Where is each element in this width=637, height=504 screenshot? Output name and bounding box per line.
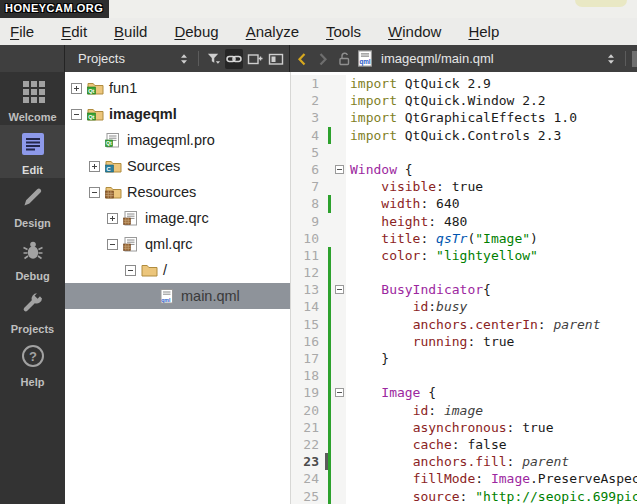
editor-gutter[interactable]: 22 bbox=[291, 436, 346, 453]
updown-chevron-icon[interactable] bbox=[175, 49, 193, 69]
code-line-3[interactable]: 3import QtGraphicalEffects 1.0 bbox=[291, 109, 637, 126]
editor-gutter[interactable]: 19 bbox=[291, 384, 346, 401]
editor-gutter[interactable]: 4 bbox=[291, 127, 346, 144]
tree-item-main-qml[interactable]: qmlmain.qml bbox=[65, 283, 290, 309]
unlock-icon[interactable] bbox=[335, 49, 353, 69]
editor-gutter[interactable]: 8 bbox=[291, 195, 346, 212]
separator bbox=[625, 51, 626, 66]
editor-gutter[interactable]: 3 bbox=[291, 109, 346, 126]
editor-gutter[interactable]: 2 bbox=[291, 92, 346, 109]
menu-item-debug[interactable]: Debug bbox=[174, 23, 218, 40]
link-icon[interactable] bbox=[225, 49, 243, 69]
code-line-5[interactable]: 5 bbox=[291, 144, 637, 161]
code-editor[interactable]: 1import QtQuick 2.92import QtQuick.Windo… bbox=[291, 72, 637, 504]
mode-projects[interactable]: Projects bbox=[0, 284, 65, 337]
fold-marker-icon[interactable] bbox=[333, 281, 346, 298]
code-line-11[interactable]: 11 color: "lightyellow" bbox=[291, 247, 637, 264]
mode-debug[interactable]: Debug bbox=[0, 231, 65, 284]
code-line-7[interactable]: 7 visible: true bbox=[291, 178, 637, 195]
menu-item-edit[interactable]: Edit bbox=[61, 23, 87, 40]
tree-item-imageqml-pro[interactable]: Qtimageqml.pro bbox=[65, 127, 290, 153]
mode-welcome[interactable]: Welcome bbox=[0, 72, 65, 125]
menu-item-tools[interactable]: Tools bbox=[326, 23, 361, 40]
menu-item-window[interactable]: Window bbox=[388, 23, 441, 40]
editor-gutter[interactable]: 10 bbox=[291, 230, 346, 247]
code-line-20[interactable]: 20 id: image bbox=[291, 402, 637, 419]
code-line-13[interactable]: 13 BusyIndicator{ bbox=[291, 281, 637, 298]
code-line-17[interactable]: 17 } bbox=[291, 350, 637, 367]
mode-design[interactable]: Design bbox=[0, 178, 65, 231]
menu-item-help[interactable]: Help bbox=[468, 23, 499, 40]
close-panel-icon[interactable] bbox=[267, 49, 285, 69]
code-line-2[interactable]: 2import QtQuick.Window 2.2 bbox=[291, 92, 637, 109]
filter-icon[interactable] bbox=[204, 49, 222, 69]
editor-gutter[interactable]: 16 bbox=[291, 333, 346, 350]
code-line-19[interactable]: 19 Image { bbox=[291, 384, 637, 401]
editor-gutter[interactable]: 14 bbox=[291, 298, 346, 315]
menu-item-build[interactable]: Build bbox=[114, 23, 147, 40]
code-text: height: 480 bbox=[346, 213, 467, 230]
code-line-8[interactable]: 8 width: 640 bbox=[291, 195, 637, 212]
tree-expander-minus[interactable] bbox=[89, 187, 100, 198]
editor-gutter[interactable]: 24 bbox=[291, 470, 346, 487]
code-line-14[interactable]: 14 id:busy bbox=[291, 298, 637, 315]
mode-edit[interactable]: Edit bbox=[0, 125, 65, 178]
mode-help[interactable]: ?Help bbox=[0, 337, 65, 390]
editor-gutter[interactable]: 15 bbox=[291, 316, 346, 333]
code-line-21[interactable]: 21 asynchronous: true bbox=[291, 419, 637, 436]
tree-item-qml-qrc[interactable]: qml.qrc bbox=[65, 231, 290, 257]
mode-label: Projects bbox=[11, 323, 54, 335]
menu-item-file[interactable]: File bbox=[10, 23, 34, 40]
forward-icon[interactable] bbox=[314, 49, 332, 69]
tree-expander-plus[interactable] bbox=[107, 213, 118, 224]
fold-marker-icon[interactable] bbox=[333, 161, 346, 178]
editor-gutter[interactable]: 17 bbox=[291, 350, 346, 367]
editor-gutter[interactable]: 18 bbox=[291, 367, 346, 384]
svg-text:Qt: Qt bbox=[88, 88, 94, 94]
projects-panel-title[interactable]: Projects bbox=[78, 51, 125, 66]
editor-gutter[interactable]: 11 bbox=[291, 247, 346, 264]
editor-gutter[interactable]: 1 bbox=[291, 75, 346, 92]
code-line-22[interactable]: 22 cache: false bbox=[291, 436, 637, 453]
code-line-6[interactable]: 6Window { bbox=[291, 161, 637, 178]
editor-gutter[interactable]: 5 bbox=[291, 144, 346, 161]
editor-gutter[interactable]: 13 bbox=[291, 281, 346, 298]
code-line-9[interactable]: 9 height: 480 bbox=[291, 213, 637, 230]
code-line-15[interactable]: 15 anchors.centerIn: parent bbox=[291, 316, 637, 333]
tree-item-image-qrc[interactable]: image.qrc bbox=[65, 205, 290, 231]
back-icon[interactable] bbox=[293, 49, 311, 69]
tree-item-label: qml.qrc bbox=[145, 236, 193, 252]
split-new-icon[interactable] bbox=[246, 49, 264, 69]
tree-item-resources[interactable]: Resources bbox=[65, 179, 290, 205]
tree-item-fun1[interactable]: Qtfun1 bbox=[65, 75, 290, 101]
tree-expander-plus[interactable] bbox=[71, 83, 82, 94]
code-line-10[interactable]: 10 title: qsTr("Image") bbox=[291, 230, 637, 247]
code-line-4[interactable]: 4import QtQuick.Controls 2.3 bbox=[291, 127, 637, 144]
tree-expander-minus[interactable] bbox=[107, 239, 118, 250]
updown-chevron-icon[interactable] bbox=[602, 49, 620, 69]
editor-gutter[interactable]: 20 bbox=[291, 402, 346, 419]
editor-gutter[interactable]: 6 bbox=[291, 161, 346, 178]
editor-gutter[interactable]: 23 bbox=[291, 453, 346, 470]
tree-expander-minus[interactable] bbox=[71, 109, 82, 120]
tree-item-sources[interactable]: CSources bbox=[65, 153, 290, 179]
code-line-18[interactable]: 18 bbox=[291, 367, 637, 384]
code-line-1[interactable]: 1import QtQuick 2.9 bbox=[291, 75, 637, 92]
code-line-12[interactable]: 12 bbox=[291, 264, 637, 281]
editor-gutter[interactable]: 7 bbox=[291, 178, 346, 195]
tree-expander-plus[interactable] bbox=[89, 161, 100, 172]
menu-item-analyze[interactable]: Analyze bbox=[246, 23, 299, 40]
editor-gutter[interactable]: 9 bbox=[291, 213, 346, 230]
editor-gutter[interactable]: 25 bbox=[291, 488, 346, 504]
open-file-path[interactable]: imageqml/main.qml bbox=[381, 51, 494, 66]
tree-item--[interactable]: / bbox=[65, 257, 290, 283]
code-line-23[interactable]: 23 anchors.fill: parent bbox=[291, 453, 637, 470]
code-line-16[interactable]: 16 running: true bbox=[291, 333, 637, 350]
code-line-24[interactable]: 24 fillMode: Image.PreserveAspec bbox=[291, 470, 637, 487]
tree-item-imageqml[interactable]: Qtimageqml bbox=[65, 101, 290, 127]
code-line-25[interactable]: 25 source: "http://seopic.699pic bbox=[291, 488, 637, 504]
tree-expander-minus[interactable] bbox=[125, 265, 136, 276]
editor-gutter[interactable]: 12 bbox=[291, 264, 346, 281]
fold-marker-icon[interactable] bbox=[333, 384, 346, 401]
editor-gutter[interactable]: 21 bbox=[291, 419, 346, 436]
